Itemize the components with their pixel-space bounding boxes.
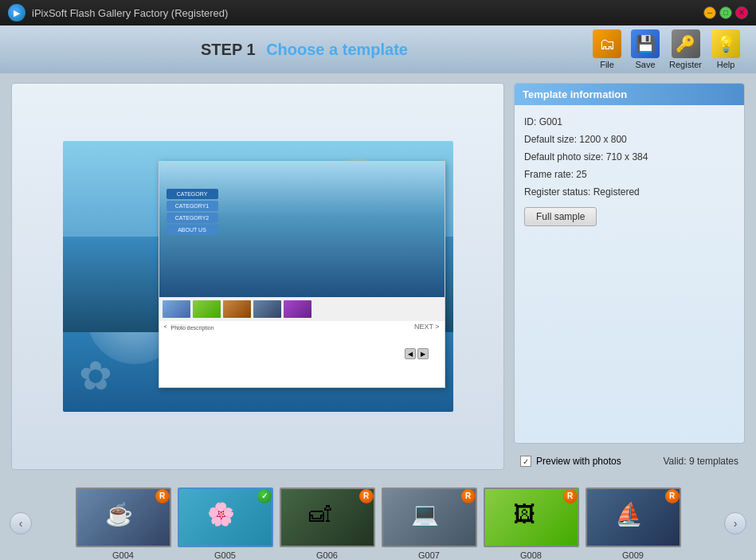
toolbar: STEP 1 Choose a template 🗂 File 💾 Save 🔑… (0, 25, 756, 73)
save-icon: 💾 (631, 29, 660, 58)
step-number: STEP 1 (201, 41, 256, 58)
file-label: File (600, 60, 614, 69)
info-id: ID: G001 (524, 116, 734, 127)
thumb-badge-g009: R (665, 489, 680, 503)
info-default-size: Default size: 1200 x 800 (524, 134, 734, 145)
template-info-header: Template information (515, 84, 744, 105)
thumb-item-g005[interactable]: ✓ G005 (178, 488, 273, 560)
thumbnail-strip: ‹ R G004 ✓ G005 R G006 (0, 480, 756, 560)
thumb-wrapper-g008: R (484, 488, 579, 547)
thumb-wrapper-g005: ✓ (178, 488, 273, 547)
main-content: ✿ ✾ < PREV NEXT > ◀ (0, 73, 756, 480)
thumb-item-g006[interactable]: R G006 (280, 488, 375, 560)
thumb-mini-2 (193, 300, 221, 318)
thumb-mini-5 (284, 300, 311, 318)
preview-sidebar: CATEGORY CATEGORY1 CATEGORY2 ABOUT US (166, 189, 218, 237)
thumb-badge-g006: R (359, 489, 374, 503)
titlebar: ▶ iPixSoft Flash Gallery Factory (Regist… (0, 0, 756, 25)
nav-prev-button[interactable]: ‹ (10, 512, 32, 535)
maximize-button[interactable]: □ (719, 6, 732, 19)
register-button[interactable]: 🔑 Register (669, 29, 702, 69)
close-button[interactable]: ✕ (735, 6, 748, 19)
thumb-wrapper-g007: R (382, 488, 477, 547)
template-info-box: Template information ID: G001 Default si… (514, 83, 745, 444)
thumb-label-g009: G009 (622, 550, 644, 560)
flower-decoration-1: ✿ (79, 356, 112, 396)
thumb-mini-3 (223, 300, 251, 318)
thumb-wrapper-g004: R (76, 488, 171, 547)
thumb-wrapper-g009: R (586, 488, 681, 547)
photo-description: Photo description (166, 323, 219, 332)
sidebar-about: ABOUT US (166, 225, 218, 235)
sidebar-cat-3: CATEGORY2 (166, 213, 218, 223)
thumb-badge-g004: R (155, 489, 170, 503)
thumb-label-g008: G008 (520, 550, 542, 560)
help-label: Help (717, 60, 735, 69)
thumb-badge-g008: R (563, 489, 578, 503)
toolbar-actions: 🗂 File 💾 Save 🔑 Register 💡 Help (593, 29, 740, 69)
nav-next-button[interactable]: › (724, 512, 746, 535)
app-title: iPixSoft Flash Gallery Factory (Register… (32, 7, 228, 19)
preview-photos-label: Preview with photos (536, 456, 621, 467)
thumb-item-g004[interactable]: R G004 (76, 488, 171, 560)
thumb-label-g007: G007 (418, 550, 440, 560)
preview-footer: ✓ Preview with photos Valid: 9 templates (514, 452, 745, 470)
template-info-body: ID: G001 Default size: 1200 x 800 Defaul… (515, 105, 744, 237)
step-title: STEP 1 Choose a template (16, 41, 593, 59)
help-button[interactable]: 💡 Help (711, 29, 740, 69)
help-icon: 💡 (711, 29, 740, 58)
info-panel: Template information ID: G001 Default si… (514, 83, 745, 470)
register-icon: 🔑 (672, 29, 700, 58)
thumb-label-g004: G004 (112, 550, 134, 560)
sidebar-cat-1: CATEGORY (166, 189, 218, 199)
thumb-label-g005: G005 (214, 550, 236, 560)
thumb-item-g008[interactable]: R G008 (484, 488, 579, 560)
info-photo-size: Default photo size: 710 x 384 (524, 151, 734, 163)
preview-checkbox[interactable]: ✓ (520, 456, 531, 467)
info-register-status: Register status: Registered (524, 186, 734, 198)
preview-check-row: ✓ Preview with photos (520, 456, 621, 467)
save-label: Save (635, 60, 655, 69)
thumb-wrapper-g006: R (280, 488, 375, 547)
preview-image: ✿ ✾ < PREV NEXT > ◀ (63, 141, 453, 412)
valid-count: Valid: 9 templates (664, 456, 739, 467)
playback-controls: ◀ ▶ (405, 348, 429, 359)
info-frame-rate: Frame rate: 25 (524, 169, 734, 180)
thumb-item-g009[interactable]: R G009 (586, 488, 681, 560)
thumbnail-list: R G004 ✓ G005 R G006 R G007 (32, 488, 724, 560)
minimize-button[interactable]: ─ (703, 6, 716, 19)
next-label: NEXT > (414, 323, 440, 331)
gallery-thumbnail-strip (159, 297, 445, 321)
prev-play-button[interactable]: ◀ (405, 348, 416, 359)
next-play-button[interactable]: ▶ (417, 348, 429, 359)
save-button[interactable]: 💾 Save (631, 29, 660, 69)
register-label: Register (669, 60, 702, 69)
thumb-badge-g007: R (461, 489, 476, 503)
full-sample-button[interactable]: Full sample (524, 207, 597, 226)
app-icon: ▶ (8, 4, 25, 22)
sidebar-cat-2: CATEGORY1 (166, 201, 218, 211)
thumb-mini-4 (253, 300, 281, 318)
window-controls: ─ □ ✕ (703, 6, 748, 19)
file-button[interactable]: 🗂 File (593, 29, 621, 69)
thumb-mini-1 (163, 300, 190, 318)
preview-panel: ✿ ✾ < PREV NEXT > ◀ (11, 83, 504, 470)
thumb-badge-g005: ✓ (257, 489, 272, 503)
file-icon: 🗂 (593, 29, 621, 58)
thumb-item-g007[interactable]: R G007 (382, 488, 477, 560)
step-subtitle: Choose a template (266, 41, 408, 58)
thumb-label-g006: G006 (316, 550, 338, 560)
